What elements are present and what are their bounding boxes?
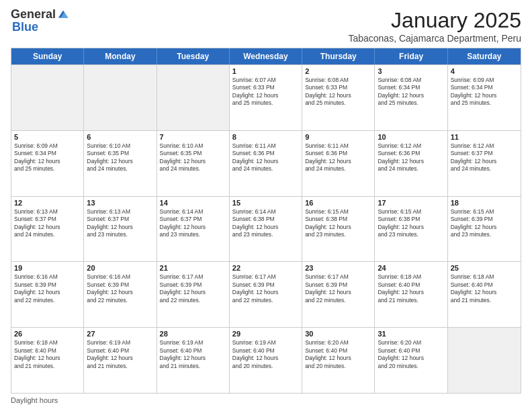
day-info: Sunrise: 6:11 AM Sunset: 6:36 PM Dayligh… <box>232 142 299 173</box>
day-info: Sunrise: 6:10 AM Sunset: 6:35 PM Dayligh… <box>87 142 153 173</box>
calendar-cell: 13Sunrise: 6:13 AM Sunset: 6:37 PM Dayli… <box>84 197 157 262</box>
calendar-cell: 27Sunrise: 6:19 AM Sunset: 6:40 PM Dayli… <box>84 328 157 393</box>
day-info: Sunrise: 6:15 AM Sunset: 6:39 PM Dayligh… <box>451 208 518 239</box>
title-block: January 2025 Tabaconas, Cajamarca Depart… <box>348 8 521 44</box>
day-info: Sunrise: 6:12 AM Sunset: 6:36 PM Dayligh… <box>378 142 444 173</box>
cal-header-day: Wednesday <box>230 48 302 64</box>
day-info: Sunrise: 6:11 AM Sunset: 6:36 PM Dayligh… <box>305 142 371 173</box>
day-info: Sunrise: 6:17 AM Sunset: 6:39 PM Dayligh… <box>305 273 371 304</box>
day-number: 19 <box>14 264 81 272</box>
month-title: January 2025 <box>348 8 521 33</box>
day-number: 3 <box>378 67 444 75</box>
cal-header-day: Sunday <box>11 48 84 64</box>
day-info: Sunrise: 6:16 AM Sunset: 6:39 PM Dayligh… <box>87 273 153 304</box>
calendar-cell: 10Sunrise: 6:12 AM Sunset: 6:36 PM Dayli… <box>375 131 447 196</box>
day-info: Sunrise: 6:17 AM Sunset: 6:39 PM Dayligh… <box>160 273 226 304</box>
day-info: Sunrise: 6:12 AM Sunset: 6:37 PM Dayligh… <box>451 142 518 173</box>
day-number: 11 <box>451 133 518 141</box>
calendar-cell: 31Sunrise: 6:20 AM Sunset: 6:40 PM Dayli… <box>375 328 447 393</box>
calendar-cell: 25Sunrise: 6:18 AM Sunset: 6:40 PM Dayli… <box>448 262 521 327</box>
day-number: 12 <box>14 199 81 207</box>
cal-header-day: Friday <box>375 48 447 64</box>
day-info: Sunrise: 6:17 AM Sunset: 6:39 PM Dayligh… <box>232 273 299 304</box>
logo-blue: Blue <box>12 20 38 34</box>
day-number: 25 <box>451 264 518 272</box>
calendar-cell: 19Sunrise: 6:16 AM Sunset: 6:39 PM Dayli… <box>11 262 84 327</box>
day-number: 7 <box>160 133 226 141</box>
calendar-cell: 21Sunrise: 6:17 AM Sunset: 6:39 PM Dayli… <box>157 262 230 327</box>
calendar-header: SundayMondayTuesdayWednesdayThursdayFrid… <box>11 48 521 64</box>
calendar-cell: 20Sunrise: 6:16 AM Sunset: 6:39 PM Dayli… <box>84 262 157 327</box>
day-number: 5 <box>14 133 81 141</box>
day-info: Sunrise: 6:08 AM Sunset: 6:34 PM Dayligh… <box>378 77 444 107</box>
calendar: SundayMondayTuesdayWednesdayThursdayFrid… <box>11 48 521 394</box>
day-number: 22 <box>232 264 299 272</box>
day-number: 30 <box>305 330 371 338</box>
day-info: Sunrise: 6:16 AM Sunset: 6:39 PM Dayligh… <box>14 273 81 304</box>
day-number: 17 <box>378 199 444 207</box>
logo: General Blue <box>11 8 69 34</box>
calendar-cell: 17Sunrise: 6:15 AM Sunset: 6:38 PM Dayli… <box>375 197 447 262</box>
day-number: 21 <box>160 264 226 272</box>
calendar-cell: 22Sunrise: 6:17 AM Sunset: 6:39 PM Dayli… <box>230 262 302 327</box>
daylight-label: Daylight hours <box>11 396 58 404</box>
day-info: Sunrise: 6:19 AM Sunset: 6:40 PM Dayligh… <box>232 339 299 370</box>
day-info: Sunrise: 6:09 AM Sunset: 6:34 PM Dayligh… <box>451 77 518 107</box>
calendar-row: 26Sunrise: 6:18 AM Sunset: 6:40 PM Dayli… <box>11 327 521 393</box>
day-number: 10 <box>378 133 444 141</box>
day-number: 2 <box>305 67 371 75</box>
page: General Blue January 2025 Tabaconas, Caj… <box>0 0 532 411</box>
day-number: 27 <box>87 330 153 338</box>
calendar-cell: 3Sunrise: 6:08 AM Sunset: 6:34 PM Daylig… <box>375 65 447 130</box>
day-info: Sunrise: 6:15 AM Sunset: 6:38 PM Dayligh… <box>305 208 371 239</box>
calendar-cell: 30Sunrise: 6:20 AM Sunset: 6:40 PM Dayli… <box>302 328 375 393</box>
calendar-cell: 26Sunrise: 6:18 AM Sunset: 6:40 PM Dayli… <box>11 328 84 393</box>
calendar-cell: 15Sunrise: 6:14 AM Sunset: 6:38 PM Dayli… <box>230 197 302 262</box>
logo-general: General <box>11 8 56 20</box>
cal-header-day: Thursday <box>302 48 375 64</box>
calendar-cell: 24Sunrise: 6:18 AM Sunset: 6:40 PM Dayli… <box>375 262 447 327</box>
calendar-row: 19Sunrise: 6:16 AM Sunset: 6:39 PM Dayli… <box>11 261 521 327</box>
day-number: 28 <box>160 330 226 338</box>
day-info: Sunrise: 6:14 AM Sunset: 6:38 PM Dayligh… <box>232 208 299 239</box>
calendar-cell: 29Sunrise: 6:19 AM Sunset: 6:40 PM Dayli… <box>230 328 302 393</box>
calendar-cell: 14Sunrise: 6:14 AM Sunset: 6:37 PM Dayli… <box>157 197 230 262</box>
calendar-cell: 2Sunrise: 6:08 AM Sunset: 6:33 PM Daylig… <box>302 65 375 130</box>
day-info: Sunrise: 6:18 AM Sunset: 6:40 PM Dayligh… <box>14 339 81 370</box>
calendar-cell: 16Sunrise: 6:15 AM Sunset: 6:38 PM Dayli… <box>302 197 375 262</box>
day-info: Sunrise: 6:10 AM Sunset: 6:35 PM Dayligh… <box>160 142 226 173</box>
day-info: Sunrise: 6:13 AM Sunset: 6:37 PM Dayligh… <box>87 208 153 239</box>
calendar-row: 5Sunrise: 6:09 AM Sunset: 6:34 PM Daylig… <box>11 130 521 196</box>
day-number: 23 <box>305 264 371 272</box>
day-info: Sunrise: 6:09 AM Sunset: 6:34 PM Dayligh… <box>14 142 81 173</box>
day-info: Sunrise: 6:20 AM Sunset: 6:40 PM Dayligh… <box>305 339 371 370</box>
day-info: Sunrise: 6:18 AM Sunset: 6:40 PM Dayligh… <box>451 273 518 304</box>
day-number: 15 <box>232 199 299 207</box>
day-info: Sunrise: 6:19 AM Sunset: 6:40 PM Dayligh… <box>87 339 153 370</box>
day-number: 9 <box>305 133 371 141</box>
calendar-cell: 12Sunrise: 6:13 AM Sunset: 6:37 PM Dayli… <box>11 197 84 262</box>
day-number: 18 <box>451 199 518 207</box>
cal-header-day: Monday <box>84 48 157 64</box>
logo-icon <box>57 8 69 20</box>
calendar-cell <box>84 65 157 130</box>
day-info: Sunrise: 6:13 AM Sunset: 6:37 PM Dayligh… <box>14 208 81 239</box>
calendar-cell: 9Sunrise: 6:11 AM Sunset: 6:36 PM Daylig… <box>302 131 375 196</box>
calendar-cell <box>448 328 521 393</box>
calendar-cell: 5Sunrise: 6:09 AM Sunset: 6:34 PM Daylig… <box>11 131 84 196</box>
calendar-cell: 7Sunrise: 6:10 AM Sunset: 6:35 PM Daylig… <box>157 131 230 196</box>
calendar-row: 12Sunrise: 6:13 AM Sunset: 6:37 PM Dayli… <box>11 196 521 262</box>
location-subtitle: Tabaconas, Cajamarca Department, Peru <box>348 33 521 44</box>
day-number: 4 <box>451 67 518 75</box>
calendar-cell: 23Sunrise: 6:17 AM Sunset: 6:39 PM Dayli… <box>302 262 375 327</box>
day-info: Sunrise: 6:18 AM Sunset: 6:40 PM Dayligh… <box>378 273 444 304</box>
day-number: 16 <box>305 199 371 207</box>
header: General Blue January 2025 Tabaconas, Caj… <box>11 8 521 44</box>
calendar-cell <box>157 65 230 130</box>
day-number: 29 <box>232 330 299 338</box>
calendar-cell <box>11 65 84 130</box>
day-info: Sunrise: 6:14 AM Sunset: 6:37 PM Dayligh… <box>160 208 226 239</box>
day-info: Sunrise: 6:15 AM Sunset: 6:38 PM Dayligh… <box>378 208 444 239</box>
calendar-cell: 11Sunrise: 6:12 AM Sunset: 6:37 PM Dayli… <box>448 131 521 196</box>
day-number: 13 <box>87 199 153 207</box>
